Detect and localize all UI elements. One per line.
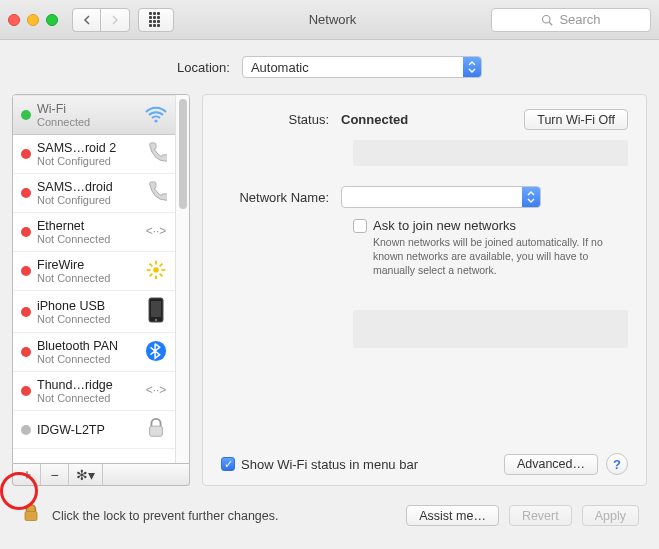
advanced-button[interactable]: Advanced… [504, 454, 598, 475]
phone-icon [143, 181, 169, 206]
svg-text:<··>: <··> [146, 383, 167, 397]
service-row-thund-ridge[interactable]: Thund…ridgeNot Connected<··> [13, 372, 175, 411]
service-status: Not Configured [37, 194, 137, 206]
service-name: Bluetooth PAN [37, 339, 137, 353]
search-field[interactable]: Search [491, 8, 651, 32]
lock-icon [143, 417, 169, 442]
service-name: SAMS…roid 2 [37, 141, 137, 155]
ask-to-join-row: Ask to join new networks [353, 218, 628, 233]
svg-line-12 [160, 263, 163, 266]
network-name-label: Network Name: [221, 190, 341, 205]
service-status: Not Connected [37, 233, 137, 245]
service-row-ethernet[interactable]: EthernetNot Connected<··> [13, 213, 175, 252]
service-row-idgw-l2tp[interactable]: IDGW-L2TP [13, 411, 175, 449]
close-window-button[interactable] [8, 14, 20, 26]
service-name: SAMS…droid [37, 180, 137, 194]
wifi-icon [143, 104, 169, 127]
show-status-label: Show Wi-Fi status in menu bar [241, 457, 418, 472]
location-label: Location: [177, 60, 230, 75]
window-title: Network [182, 12, 483, 27]
service-status: Connected [37, 116, 137, 128]
svg-rect-18 [150, 426, 163, 436]
titlebar: Network Search [0, 0, 659, 40]
bt-icon [143, 340, 169, 365]
service-row-iphone-usb[interactable]: iPhone USBNot Connected [13, 291, 175, 333]
remove-service-button[interactable]: − [41, 464, 69, 485]
service-row-wi-fi[interactable]: Wi-FiConnected [13, 95, 175, 135]
apply-button[interactable]: Apply [582, 505, 639, 526]
gear-icon: ✻▾ [76, 467, 95, 483]
turn-wifi-off-button[interactable]: Turn Wi-Fi Off [524, 109, 628, 130]
status-label: Status: [221, 112, 341, 127]
service-row-firewire[interactable]: FireWireNot Connected [13, 252, 175, 291]
svg-line-11 [150, 273, 153, 276]
service-name: iPhone USB [37, 299, 137, 313]
status-dot [21, 266, 31, 276]
service-status: Not Connected [37, 392, 137, 404]
status-detail-area [353, 140, 628, 166]
service-row-bluetooth-pan[interactable]: Bluetooth PANNot Connected [13, 333, 175, 372]
add-service-button[interactable]: ＋ [13, 464, 41, 485]
svg-line-9 [150, 263, 153, 266]
sidebar-scrollbar[interactable] [175, 95, 189, 463]
location-popup[interactable]: Automatic [242, 56, 482, 78]
show-all-button[interactable] [138, 8, 174, 32]
svg-point-4 [153, 267, 159, 273]
location-value: Automatic [251, 60, 309, 75]
service-row-sams-droid[interactable]: SAMS…droidNot Configured [13, 174, 175, 213]
lock-text: Click the lock to prevent further change… [52, 509, 279, 523]
nav-back-forward [72, 8, 130, 32]
status-dot [21, 188, 31, 198]
location-row: Location: Automatic [0, 40, 659, 94]
help-button[interactable]: ? [606, 453, 628, 475]
lock-icon[interactable] [20, 504, 42, 527]
search-icon [541, 14, 553, 26]
status-dot [21, 227, 31, 237]
iphone-icon [143, 297, 169, 326]
forward-button[interactable] [101, 9, 129, 31]
ask-to-join-hint: Known networks will be joined automatica… [373, 235, 628, 278]
status-dot [21, 347, 31, 357]
service-name: Wi-Fi [37, 102, 137, 116]
back-button[interactable] [73, 9, 101, 31]
svg-rect-14 [151, 301, 161, 317]
svg-text:<··>: <··> [146, 224, 167, 238]
zoom-window-button[interactable] [46, 14, 58, 26]
status-dot [21, 110, 31, 120]
bottom-bar: Click the lock to prevent further change… [0, 494, 659, 535]
minimize-window-button[interactable] [27, 14, 39, 26]
svg-rect-19 [25, 512, 37, 521]
sidebar-footer: ＋ − ✻▾ [12, 464, 190, 486]
status-dot [21, 307, 31, 317]
service-status: Not Connected [37, 272, 137, 284]
service-sidebar: Wi-FiConnectedSAMS…roid 2Not ConfiguredS… [12, 94, 190, 486]
status-dot [21, 386, 31, 396]
service-name: Thund…ridge [37, 378, 137, 392]
fw-icon [143, 259, 169, 284]
detail-panel: Status: Connected Turn Wi-Fi Off Network… [202, 94, 647, 486]
service-status: Not Configured [37, 155, 137, 167]
assist-me-button[interactable]: Assist me… [406, 505, 499, 526]
svg-line-1 [550, 22, 553, 25]
service-name: IDGW-L2TP [37, 423, 137, 437]
svg-line-10 [160, 273, 163, 276]
svg-point-15 [155, 319, 157, 321]
status-dot [21, 425, 31, 435]
ask-to-join-checkbox[interactable] [353, 219, 367, 233]
network-name-popup[interactable] [341, 186, 541, 208]
service-actions-button[interactable]: ✻▾ [69, 464, 103, 485]
phone-icon [143, 142, 169, 167]
status-dot [21, 149, 31, 159]
eth-icon: <··> [143, 381, 169, 402]
ask-to-join-label: Ask to join new networks [373, 218, 516, 233]
show-status-checkbox[interactable] [221, 457, 235, 471]
eth-icon: <··> [143, 222, 169, 243]
service-name: FireWire [37, 258, 137, 272]
blank-area [353, 310, 628, 348]
revert-button[interactable]: Revert [509, 505, 572, 526]
search-placeholder: Search [559, 12, 600, 27]
svg-point-0 [543, 15, 551, 23]
service-row-sams-roid-2[interactable]: SAMS…roid 2Not Configured [13, 135, 175, 174]
svg-point-2 [154, 119, 157, 122]
status-value: Connected [341, 112, 408, 127]
